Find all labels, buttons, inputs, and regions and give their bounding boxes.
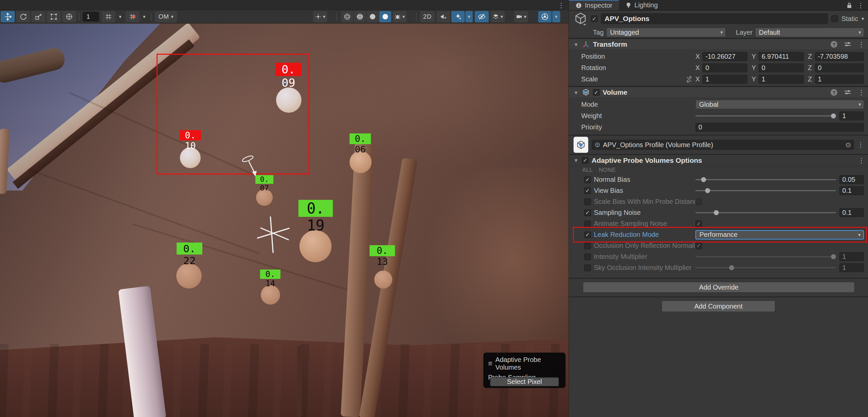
rotation-x-field[interactable]: 0 bbox=[703, 63, 747, 72]
scale-x-field[interactable]: 1 bbox=[703, 75, 747, 84]
apv-options-header[interactable]: ▼ ✓ Adaptive Probe Volumes Options ⋮ bbox=[569, 155, 868, 166]
view-bias-value-field[interactable]: 0.1 bbox=[839, 186, 864, 195]
inspector-menu-kebab-icon[interactable]: ⋮ bbox=[857, 1, 864, 9]
2d-view-button[interactable]: 2D bbox=[420, 11, 435, 22]
animate-sampling-noise-checkbox[interactable]: ✓ bbox=[695, 221, 702, 227]
tag-dropdown[interactable]: Untagged▾ bbox=[606, 28, 726, 37]
gizmos-button[interactable] bbox=[538, 11, 552, 22]
sampling-noise-value-field[interactable]: 0.1 bbox=[839, 208, 864, 217]
intensity-multiplier-value-field[interactable]: 1 bbox=[839, 252, 864, 261]
hidden-objects-button[interactable] bbox=[475, 11, 489, 22]
override-checkbox[interactable]: ✓ bbox=[584, 177, 591, 183]
scale-y-field[interactable]: 1 bbox=[758, 75, 804, 84]
priority-field[interactable]: 0 bbox=[695, 123, 864, 132]
rotation-z-field[interactable]: 0 bbox=[815, 63, 864, 72]
tab-inspector[interactable]: Inspector bbox=[569, 0, 619, 10]
shading-wireframe-button[interactable] bbox=[341, 11, 353, 22]
rotate-tool-button[interactable] bbox=[16, 11, 30, 22]
audio-toggle-button[interactable] bbox=[437, 11, 450, 22]
override-checkbox[interactable]: ✓ bbox=[584, 254, 591, 260]
layer-dropdown[interactable]: Default▾ bbox=[755, 28, 864, 37]
weight-value-field[interactable]: 1 bbox=[839, 111, 864, 121]
grid-visibility-caret[interactable]: ▾ bbox=[116, 11, 124, 22]
sky-occlusion-intensity-value-field[interactable]: 1 bbox=[839, 263, 864, 272]
scale-tool-button[interactable] bbox=[31, 11, 45, 22]
cube-gameobject-icon[interactable] bbox=[574, 12, 588, 26]
shading-shaded-wireframe-button[interactable] bbox=[354, 11, 366, 22]
grid-visibility-button[interactable] bbox=[101, 11, 116, 22]
intensity-multiplier-slider[interactable] bbox=[695, 252, 836, 261]
override-checkbox[interactable]: ✓ bbox=[584, 264, 591, 271]
tool-handle-pivot-button[interactable]: ▾ bbox=[313, 11, 327, 22]
add-component-button[interactable]: Add Component bbox=[662, 300, 775, 312]
mode-dropdown[interactable]: Global▾ bbox=[695, 100, 864, 109]
profile-menu-kebab-icon[interactable]: ⋮ bbox=[857, 141, 864, 149]
transform-header[interactable]: ▼ Transform ? ⋮ bbox=[569, 39, 868, 50]
grid-snapping-button[interactable] bbox=[126, 11, 140, 22]
help-icon[interactable]: ? bbox=[831, 89, 837, 96]
add-override-button[interactable]: Add Override bbox=[583, 282, 855, 293]
gameobject-name-field[interactable]: APV_Options bbox=[601, 13, 828, 24]
volume-header[interactable]: ▼ ✓ Volume ? ⋮ bbox=[569, 87, 868, 98]
transform-tool-button[interactable] bbox=[62, 11, 76, 22]
scale-z-field[interactable]: 1 bbox=[815, 75, 864, 84]
effects-button[interactable] bbox=[452, 11, 465, 22]
override-checkbox[interactable]: ✓ bbox=[584, 231, 591, 238]
gizmos-caret[interactable]: ▾ bbox=[552, 11, 560, 22]
object-picker-icon[interactable]: ⊙ bbox=[845, 141, 851, 149]
shading-solid-button[interactable] bbox=[367, 11, 379, 22]
shading-shaded-button[interactable] bbox=[379, 11, 391, 22]
override-checkbox[interactable]: ✓ bbox=[584, 221, 591, 227]
override-checkbox[interactable]: ✓ bbox=[584, 210, 591, 216]
layers-button[interactable]: ▾ bbox=[491, 11, 505, 22]
static-checkbox[interactable]: ✓ bbox=[831, 15, 838, 22]
scene-menu-kebab-icon[interactable]: ⋮ bbox=[558, 1, 564, 9]
position-y-field[interactable]: 6.970411 bbox=[758, 52, 804, 61]
grid-snapping-caret[interactable]: ▾ bbox=[140, 11, 148, 22]
help-icon[interactable]: ? bbox=[831, 41, 837, 48]
weight-slider[interactable] bbox=[695, 111, 836, 121]
debug-draw-mode-button[interactable]: ▾ bbox=[393, 11, 407, 22]
om-dropdown[interactable]: OM▾ bbox=[155, 11, 177, 22]
lock-icon[interactable] bbox=[847, 2, 852, 8]
presets-icon[interactable] bbox=[844, 89, 851, 95]
override-checkbox[interactable]: ✓ bbox=[584, 243, 591, 249]
override-checkbox[interactable]: ✓ bbox=[584, 198, 591, 205]
camera-settings-button[interactable]: ▾ bbox=[514, 11, 528, 22]
effects-caret[interactable]: ▾ bbox=[465, 11, 473, 22]
tab-lighting[interactable]: Lighting bbox=[619, 0, 664, 10]
foldout-arrow[interactable]: ▼ bbox=[574, 42, 579, 47]
position-x-field[interactable]: -10.26027 bbox=[703, 52, 747, 61]
rect-tool-button[interactable] bbox=[47, 11, 61, 22]
foldout-arrow[interactable]: ▼ bbox=[574, 157, 579, 163]
apv-enabled-checkbox[interactable]: ✓ bbox=[582, 157, 589, 164]
grid-size-field[interactable]: 1 bbox=[83, 12, 99, 21]
sky-occlusion-intensity-slider[interactable] bbox=[695, 263, 836, 272]
rotation-y-field[interactable]: 0 bbox=[758, 63, 804, 72]
leak-reduction-mode-dropdown[interactable]: Performance▾ bbox=[695, 230, 864, 239]
chain-link-icon[interactable] bbox=[686, 76, 692, 83]
view-bias-slider[interactable] bbox=[695, 186, 836, 195]
foldout-arrow[interactable]: ▼ bbox=[574, 90, 579, 95]
position-z-field[interactable]: -7.703598 bbox=[815, 52, 864, 61]
component-menu-kebab-icon[interactable]: ⋮ bbox=[858, 156, 865, 164]
presets-icon[interactable] bbox=[844, 41, 851, 47]
occlusion-only-reflection-checkbox[interactable]: ✓ bbox=[695, 243, 702, 249]
normal-bias-slider[interactable] bbox=[695, 175, 836, 184]
select-pixel-button[interactable]: Select Pixel bbox=[490, 377, 559, 386]
none-button[interactable]: NONE bbox=[599, 167, 616, 173]
move-tool-button[interactable] bbox=[1, 11, 15, 22]
override-checkbox[interactable]: ✓ bbox=[584, 188, 591, 194]
probe-asterisk-gizmo[interactable] bbox=[247, 211, 301, 261]
volume-profile-object-field[interactable]: APV_Options Profile (Volume Profile) ⊙ bbox=[592, 140, 854, 150]
all-button[interactable]: ALL bbox=[582, 167, 593, 173]
volume-enabled-checkbox[interactable]: ✓ bbox=[593, 89, 599, 96]
normal-bias-value-field[interactable]: 0.05 bbox=[839, 175, 864, 184]
component-menu-kebab-icon[interactable]: ⋮ bbox=[858, 88, 865, 96]
static-caret[interactable]: ▾ bbox=[861, 16, 864, 22]
component-menu-kebab-icon[interactable]: ⋮ bbox=[858, 40, 865, 49]
scale-bias-checkbox[interactable]: ✓ bbox=[695, 198, 702, 205]
sampling-noise-slider[interactable] bbox=[695, 208, 836, 217]
active-checkbox[interactable]: ✓ bbox=[591, 15, 597, 22]
hamburger-icon[interactable]: ≡ bbox=[488, 359, 492, 368]
